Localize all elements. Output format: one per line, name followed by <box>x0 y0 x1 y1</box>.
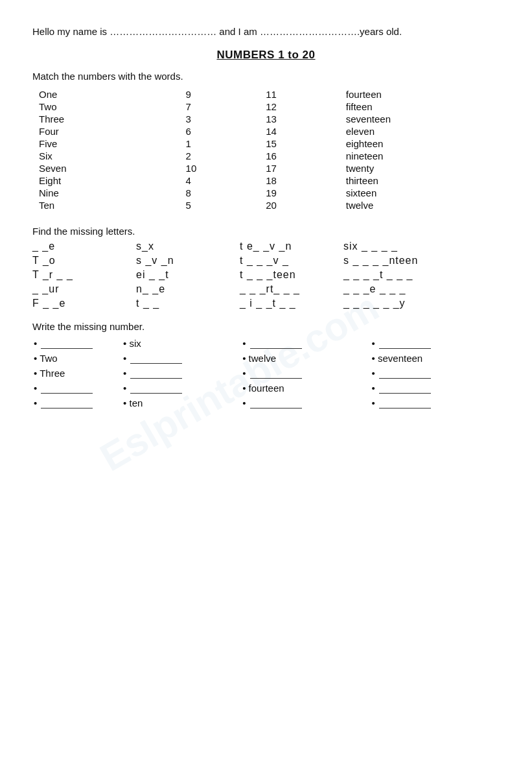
num2-cell: 16 <box>266 150 346 162</box>
num1-cell: 1 <box>186 137 266 150</box>
missing-item: T _o <box>32 255 136 266</box>
blank-line <box>250 408 302 409</box>
missing-item: F _ _e <box>32 298 136 309</box>
word-cell: Four <box>39 125 186 137</box>
match-table: One 9 11 fourteen Two 7 12 fifteen Three… <box>39 88 506 211</box>
blank-line <box>41 393 93 394</box>
missing-item: t _ _ _v _ <box>240 255 343 266</box>
num2-cell: 19 <box>266 187 346 199</box>
word-cell: One <box>39 88 186 101</box>
word2-cell: thirteen <box>346 174 506 187</box>
write-col2: • six <box>122 336 241 351</box>
num1-cell: 10 <box>186 162 266 174</box>
table-row: • • six• • <box>32 336 500 351</box>
missing-item: _ _ _rt_ _ _ <box>240 283 343 295</box>
word-cell: Three <box>39 113 186 125</box>
num1-cell: 8 <box>186 187 266 199</box>
table-row: Five 1 15 eighteen <box>39 137 506 150</box>
blank-line <box>250 378 302 379</box>
missing-item: t e_ _v _n <box>240 241 343 252</box>
word2-cell: twenty <box>346 162 506 174</box>
write-col2: • ten <box>122 396 241 410</box>
num1-cell: 9 <box>186 88 266 101</box>
table-row: • • ten• • <box>32 396 500 410</box>
table-row: Six 2 16 nineteen <box>39 150 506 162</box>
write-col4: • <box>371 366 500 381</box>
blank-line <box>379 378 431 379</box>
num2-cell: 15 <box>266 137 346 150</box>
blank-line <box>250 348 302 349</box>
word2-cell: fifteen <box>346 101 506 113</box>
num1-cell: 3 <box>186 113 266 125</box>
table-row: • Two• • twelve• seventeen <box>32 351 500 366</box>
write-col3: • fourteen <box>241 381 370 396</box>
blank-line <box>41 348 93 349</box>
missing-item: _ _ _e _ _ _ <box>343 283 447 295</box>
write-col2: • <box>122 351 241 366</box>
table-row: Four 6 14 eleven <box>39 125 506 137</box>
write-col3: • <box>241 396 370 410</box>
missing-item: s_x <box>136 241 240 252</box>
missing-item: n_ _e <box>136 283 240 295</box>
missing-item: T _r _ _ <box>32 269 136 281</box>
blank-line <box>130 378 182 379</box>
blank-line <box>379 408 431 409</box>
missing-item: s _v _n <box>136 255 240 266</box>
word2-cell: nineteen <box>346 150 506 162</box>
num2-cell: 20 <box>266 199 346 211</box>
word2-cell: seventeen <box>346 113 506 125</box>
word2-cell: eleven <box>346 125 506 137</box>
table-row: Ten 5 20 twelve <box>39 199 506 211</box>
word-cell: Seven <box>39 162 186 174</box>
word-cell: Ten <box>39 199 186 211</box>
table-row: Eight 4 18 thirteen <box>39 174 506 187</box>
num2-cell: 18 <box>266 174 346 187</box>
blank-line <box>379 393 431 394</box>
table-row: • Three• • • <box>32 366 500 381</box>
missing-row: T _os _v _nt _ _ _v _s _ _ _ _nteen <box>32 255 500 266</box>
write-instruction: Write the missing number. <box>32 321 500 332</box>
write-col1: • Three <box>32 366 122 381</box>
word-cell: Eight <box>39 174 186 187</box>
missing-item: _ _ur <box>32 283 136 295</box>
num2-cell: 14 <box>266 125 346 137</box>
num1-cell: 6 <box>186 125 266 137</box>
missing-item: _ _ _ _t _ _ _ <box>343 269 447 281</box>
match-instruction: Match the numbers with the words. <box>32 71 500 82</box>
missing-row: F _ _et _ __ i _ _t _ __ _ _ _ _ _y <box>32 298 500 309</box>
missing-row: T _r _ _ei _ _tt _ _ _teen_ _ _ _t _ _ _ <box>32 269 500 281</box>
table-row: One 9 11 fourteen <box>39 88 506 101</box>
num2-cell: 17 <box>266 162 346 174</box>
word-cell: Six <box>39 150 186 162</box>
num1-cell: 7 <box>186 101 266 113</box>
write-col2: • <box>122 366 241 381</box>
missing-item: _ i _ _t _ _ <box>240 298 343 309</box>
write-col1: • <box>32 336 122 351</box>
missing-item: t _ _ _teen <box>240 269 343 281</box>
write-col1: • Two <box>32 351 122 366</box>
table-row: Three 3 13 seventeen <box>39 113 506 125</box>
write-col4: • <box>371 336 500 351</box>
table-row: • • • fourteen• <box>32 381 500 396</box>
word2-cell: sixteen <box>346 187 506 199</box>
write-col4: • <box>371 396 500 410</box>
write-col3: • twelve <box>241 351 370 366</box>
missing-row: _ _urn_ _e_ _ _rt_ _ __ _ _e _ _ _ <box>32 283 500 295</box>
word-cell: Nine <box>39 187 186 199</box>
blank-line <box>130 363 182 364</box>
blank-line <box>130 393 182 394</box>
missing-item: s _ _ _ _nteen <box>343 255 447 266</box>
blank-line <box>41 408 93 409</box>
table-row: Two 7 12 fifteen <box>39 101 506 113</box>
missing-row: _ _es_xt e_ _v _nsix _ _ _ _ <box>32 241 500 252</box>
blank-line <box>379 348 431 349</box>
num2-cell: 11 <box>266 88 346 101</box>
write-col4: • <box>371 381 500 396</box>
page-title: NUMBERS 1 to 20 <box>32 49 500 62</box>
table-row: Seven 10 17 twenty <box>39 162 506 174</box>
word2-cell: eighteen <box>346 137 506 150</box>
write-col1: • <box>32 396 122 410</box>
intro-text: Hello my name is …………………………… and I am ……… <box>32 26 500 37</box>
word-cell: Five <box>39 137 186 150</box>
word2-cell: fourteen <box>346 88 506 101</box>
